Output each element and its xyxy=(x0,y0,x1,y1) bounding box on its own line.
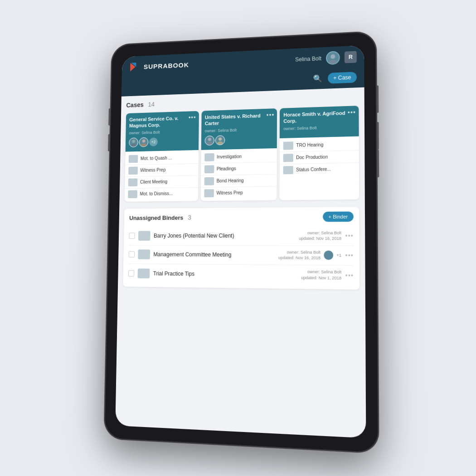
search-icon[interactable]: 🔍 xyxy=(311,72,324,85)
binder-name: Mot. to Quash ... xyxy=(141,155,172,161)
r-badge[interactable]: R xyxy=(345,51,357,63)
row-3-more[interactable]: ••• xyxy=(345,272,354,279)
binder-name: Witness Prep xyxy=(216,190,243,196)
case-1-avatars: +2 xyxy=(129,136,195,147)
unassigned-title-area: Unassigned Binders 3 xyxy=(129,213,191,221)
add-binder-button[interactable]: + Binder xyxy=(323,211,354,222)
row-2-plus: +1 xyxy=(336,253,341,257)
case-card-3-header: ••• Horace Smith v. AgriFood Corp. owner… xyxy=(280,106,359,138)
case-2-owner: owner: Selina Bolt xyxy=(205,126,274,133)
row-3-meta: owner: Selina Bolt updated: Nov 1, 2018 xyxy=(301,269,341,281)
binder-item[interactable]: Doc Production xyxy=(280,151,359,165)
row-2-info: Management Committee Meeting xyxy=(153,252,274,258)
logo-area: SUPRABOOK xyxy=(128,58,189,73)
row-2-avatar xyxy=(323,250,334,261)
binder-item[interactable]: Mot. to Quash ... xyxy=(125,151,198,165)
case-2-binders: Investigation Pleadings Bond Hearing xyxy=(200,148,277,201)
case-3-binders: TRO Hearing Doc Production Status Confer… xyxy=(280,136,359,178)
row-2-checkbox[interactable] xyxy=(129,252,135,258)
row-1-more[interactable]: ••• xyxy=(345,232,354,239)
binder-item[interactable]: Witness Prep xyxy=(200,186,277,199)
unassigned-row-1[interactable]: Barry Jones (Potential New Client) owner… xyxy=(129,226,354,246)
binder-name: Witness Prep xyxy=(140,167,165,173)
row-1-meta: owner: Selina Bolt updated: Nov 16, 2018 xyxy=(299,230,341,242)
case-1-binders: Mot. to Quash ... Witness Prep Client Me… xyxy=(125,150,199,202)
binder-item[interactable]: Mot. to Dismiss... xyxy=(125,187,198,199)
row-1-checkbox[interactable] xyxy=(129,233,135,239)
case-1-avatar-2 xyxy=(139,137,149,147)
binder-item[interactable]: Status Confere... xyxy=(280,163,359,176)
svg-point-5 xyxy=(131,143,136,146)
row-2-meta: owner: Selina Bolt updated: Nov 16, 2018 xyxy=(278,249,321,261)
binder-name: Doc Production xyxy=(296,155,328,160)
row-3-info: Trial Practice Tips xyxy=(153,270,297,278)
svg-point-7 xyxy=(141,143,146,146)
binder-thumb xyxy=(283,141,293,150)
binder-item[interactable]: Witness Prep xyxy=(125,164,199,177)
binder-name: Client Meeting xyxy=(140,179,167,185)
unassigned-row-2[interactable]: Management Committee Meeting owner: Seli… xyxy=(128,245,354,266)
main-content: Cases 14 ••• General Service Co. v. Magn… xyxy=(115,87,366,438)
row-3-checkbox[interactable] xyxy=(128,270,134,277)
binder-name: Pleadings xyxy=(217,166,236,172)
cases-grid: ••• General Service Co. v. Magnus Corp. … xyxy=(125,106,359,201)
binder-thumb xyxy=(128,178,138,186)
svg-point-3 xyxy=(329,59,336,64)
row-2-title: Management Committee Meeting xyxy=(153,252,274,258)
svg-point-2 xyxy=(330,54,335,59)
case-2-avatar-1 xyxy=(204,136,214,146)
unassigned-count: 3 xyxy=(188,214,191,221)
topbar-right: Selina Bolt R xyxy=(295,50,357,66)
row-3-thumb xyxy=(138,268,150,278)
case-card-2[interactable]: ••• United States v. Richard Carter owne… xyxy=(200,108,277,201)
case-1-avatar-1 xyxy=(129,137,138,147)
row-3-title: Trial Practice Tips xyxy=(153,270,297,278)
binder-item[interactable]: Investigation xyxy=(201,150,277,164)
logo-icon xyxy=(128,61,140,73)
row-1-title: Barry Jones (Potential New Client) xyxy=(154,233,295,239)
case-card-2-header: ••• United States v. Richard Carter owne… xyxy=(201,108,277,150)
row-2-thumb xyxy=(138,250,150,260)
screen: SUPRABOOK Selina Bolt R 🔍 + Case xyxy=(115,45,366,438)
binder-name: Mot. to Dismiss... xyxy=(140,191,173,197)
row-3-meta-area: owner: Selina Bolt updated: Nov 1, 2018 xyxy=(301,269,341,281)
binder-item[interactable]: TRO Hearing xyxy=(280,138,359,152)
binder-thumb xyxy=(204,153,214,161)
app-name: SUPRABOOK xyxy=(144,61,189,70)
row-1-thumb xyxy=(138,231,151,241)
row-2-more[interactable]: ••• xyxy=(345,252,354,259)
unassigned-row-3[interactable]: Trial Practice Tips owner: Selina Bolt u… xyxy=(128,264,354,285)
binder-thumb xyxy=(283,154,293,162)
binder-thumb xyxy=(128,166,138,175)
svg-point-10 xyxy=(219,137,222,141)
binder-thumb xyxy=(283,166,293,174)
case-1-more[interactable]: ••• xyxy=(189,114,196,121)
case-3-owner: owner: Selina Bolt xyxy=(283,124,355,131)
case-2-more[interactable]: ••• xyxy=(267,111,275,118)
svg-point-4 xyxy=(132,140,135,143)
case-2-title: United States v. Richard Carter xyxy=(205,112,274,127)
binder-item[interactable]: Client Meeting xyxy=(125,175,198,189)
binder-thumb xyxy=(128,190,137,198)
case-card-3[interactable]: ••• Horace Smith v. AgriFood Corp. owner… xyxy=(280,106,359,200)
case-1-title: General Service Co. v. Magnus Corp. xyxy=(129,115,195,129)
case-3-avatars xyxy=(283,131,355,133)
case-3-title: Horace Smith v. AgriFood Corp. xyxy=(283,109,355,124)
cases-title-area: Cases 14 xyxy=(126,100,155,109)
binder-item[interactable]: Pleadings xyxy=(201,162,277,175)
case-3-more[interactable]: ••• xyxy=(348,108,356,116)
add-case-button[interactable]: + Case xyxy=(328,72,357,83)
svg-point-11 xyxy=(217,141,223,145)
case-card-1-header: ••• General Service Co. v. Magnus Corp. … xyxy=(126,111,199,151)
row-1-info: Barry Jones (Potential New Client) xyxy=(154,233,295,239)
binder-thumb xyxy=(204,177,214,185)
user-name: Selina Bolt xyxy=(295,55,321,63)
binder-thumb xyxy=(204,189,214,197)
case-card-1[interactable]: ••• General Service Co. v. Magnus Corp. … xyxy=(125,111,199,202)
cases-title: Cases xyxy=(126,101,143,108)
svg-point-6 xyxy=(142,139,146,142)
row-2-meta-area: owner: Selina Bolt updated: Nov 16, 2018… xyxy=(278,249,341,261)
binder-item[interactable]: Bond Hearing xyxy=(201,174,277,187)
binder-name: Status Confere... xyxy=(296,167,331,172)
unassigned-section: Unassigned Binders 3 + Binder Barry Jone… xyxy=(123,207,359,290)
